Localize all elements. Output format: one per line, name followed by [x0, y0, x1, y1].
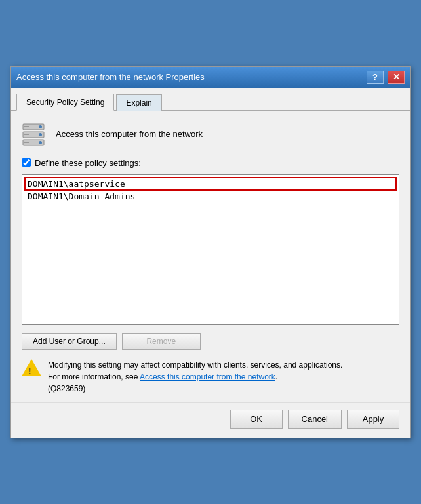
warning-section: Modifying this setting may affect compat…	[22, 359, 399, 395]
tab-bar: Security Policy Setting Explain	[11, 88, 410, 111]
action-buttons: Add User or Group... Remove	[22, 333, 399, 350]
warning-icon	[22, 359, 41, 379]
policy-listbox[interactable]: DOMAIN1\aatpservice DOMAIN1\Domain Admin…	[22, 174, 399, 325]
remove-button[interactable]: Remove	[122, 333, 201, 350]
svg-rect-5	[24, 134, 29, 135]
warning-text-prefix: For more information, see	[48, 372, 140, 381]
svg-rect-2	[24, 126, 29, 127]
define-policy-label[interactable]: Define these policy settings:	[35, 158, 141, 168]
tab-explain[interactable]: Explain	[116, 94, 161, 111]
server-icon	[22, 121, 48, 147]
warning-text: Modifying this setting may affect compat…	[48, 359, 399, 395]
policy-header: Access this computer from the network	[22, 121, 399, 147]
main-window: Access this computer from the network Pr…	[10, 66, 411, 438]
define-policy-checkbox[interactable]	[22, 158, 31, 167]
bottom-bar: OK Cancel Apply	[11, 402, 410, 438]
policy-title: Access this computer from the network	[56, 129, 203, 139]
content-area: Access this computer from the network De…	[11, 111, 410, 402]
warning-text-qref: (Q823659)	[48, 384, 85, 393]
cancel-button[interactable]: Cancel	[288, 410, 342, 429]
warning-text-dot: .	[275, 372, 277, 381]
list-item[interactable]: DOMAIN1\aatpservice	[25, 178, 396, 190]
help-button[interactable]: ?	[367, 71, 384, 84]
title-bar: Access this computer from the network Pr…	[11, 67, 410, 88]
svg-rect-4	[39, 133, 42, 136]
close-button[interactable]: ✕	[388, 71, 405, 84]
warning-text-main: Modifying this setting may affect compat…	[48, 360, 342, 370]
warning-link[interactable]: Access this computer from the network	[140, 372, 275, 381]
apply-button[interactable]: Apply	[347, 410, 399, 429]
define-policy-row: Define these policy settings:	[22, 158, 399, 168]
tab-security-policy[interactable]: Security Policy Setting	[16, 94, 114, 111]
list-item[interactable]: DOMAIN1\Domain Admins	[25, 190, 396, 203]
window-title: Access this computer from the network Pr…	[16, 72, 363, 82]
svg-rect-7	[39, 141, 42, 144]
ok-button[interactable]: OK	[230, 410, 283, 429]
add-user-button[interactable]: Add User or Group...	[22, 333, 117, 350]
svg-rect-8	[24, 142, 29, 143]
svg-rect-1	[39, 125, 42, 128]
warning-triangle	[22, 359, 41, 376]
